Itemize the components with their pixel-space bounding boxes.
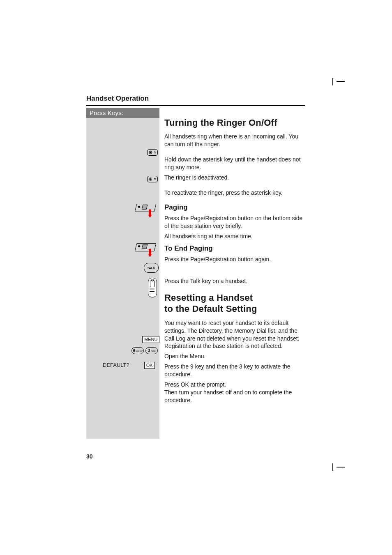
talk-key-label: TALK	[147, 267, 155, 269]
ok-softkey-label: OK	[144, 362, 155, 369]
page-number: 30	[86, 453, 93, 460]
key-3-digit: 3	[148, 348, 150, 353]
key-9-icon: 9WXYZ	[131, 347, 144, 354]
asterisk-key-shape	[147, 149, 158, 156]
reset-heading-2: to the Default Setting	[164, 304, 305, 314]
base-station-icon	[136, 242, 157, 256]
ringer-heading: Turning the Ringer On/Off	[164, 117, 305, 128]
pointer-arrow-icon	[147, 209, 152, 216]
ringer-intro: All handsets ring when there is an incom…	[164, 133, 305, 148]
manual-page: Handset Operation Press Keys:	[0, 0, 392, 555]
asterisk-key-icon	[147, 176, 158, 182]
pointer-arrow-icon	[147, 248, 152, 256]
key-3-letters: DEF	[151, 350, 156, 352]
handset-icon	[148, 278, 157, 297]
menu-softkey-label: MENU	[142, 335, 159, 343]
end-paging-press-again: Press the Page/Registration button again…	[164, 256, 305, 263]
paging-press: Press the Page/Registration button on th…	[164, 214, 305, 230]
menu-label-text: MENU	[142, 336, 159, 343]
asterisk-key-shape	[147, 176, 158, 182]
press-keys-header: Press Keys:	[86, 108, 159, 118]
reset-press-93: Press the 9 key and then the 3 key to ac…	[164, 363, 305, 378]
reset-heading-1: Resetting a Handset	[164, 292, 305, 303]
key-3-icon: 3DEF	[145, 347, 158, 354]
default-ok-row: DEFAULT? OK	[103, 362, 155, 369]
reset-open-menu: Open the Menu.	[164, 352, 305, 360]
base-station-icon	[136, 202, 157, 217]
end-paging-heading: To End Paging	[164, 244, 305, 253]
talk-key-shape: TALK	[144, 263, 159, 273]
talk-key-icon: TALK	[144, 263, 159, 273]
default-prompt-text: DEFAULT?	[103, 362, 129, 368]
horizontal-rule	[86, 105, 305, 106]
key-9-digit: 9	[133, 348, 135, 353]
ringer-deactivated: The ringer is deactivated.	[164, 174, 305, 182]
ringer-hold-down: Hold down the asterisk key until the han…	[164, 156, 305, 171]
key-9-letters: WXYZ	[136, 350, 143, 352]
left-column-bg	[86, 108, 159, 439]
paging-heading: Paging	[164, 203, 305, 212]
crop-mark-top-right	[332, 78, 345, 85]
reset-intro: You may want to reset your handset to it…	[164, 319, 305, 350]
right-column: Turning the Ringer On/Off All handsets r…	[164, 117, 305, 407]
paging-all-ring: All handsets ring at the same time.	[164, 233, 305, 240]
ringer-reactivate: To reactivate the ringer, press the aste…	[164, 189, 305, 197]
asterisk-key-icon	[147, 149, 158, 156]
num-keys-row: 9WXYZ 3DEF	[131, 347, 158, 354]
reset-press-ok: Press OK at the prompt. Then turn your h…	[164, 381, 305, 404]
end-paging-press-talk: Press the Talk key on a handset.	[164, 277, 305, 285]
section-title: Handset Operation	[86, 94, 149, 103]
crop-mark-bottom-right	[332, 463, 345, 471]
